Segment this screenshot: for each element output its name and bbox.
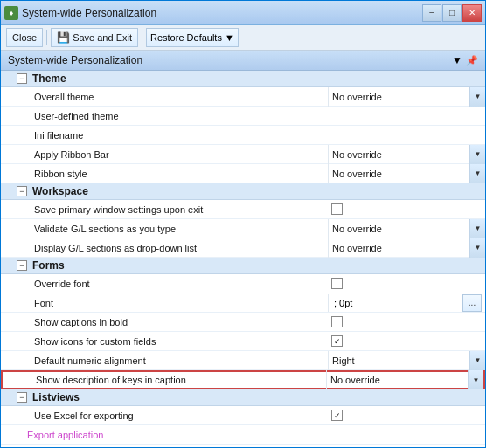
user-defined-theme-row: User-defined theme: [1, 107, 485, 126]
ribbon-style-row: Ribbon style No override ▼: [1, 164, 485, 183]
numeric-alignment-arrow[interactable]: ▼: [469, 351, 485, 370]
validate-gl-value: No override: [329, 224, 469, 234]
save-primary-row: Save primary window settings upon exit: [1, 200, 485, 219]
ini-filename-label: Ini filename: [27, 130, 328, 141]
theme-collapse-icon[interactable]: −: [17, 73, 27, 84]
display-gl-arrow[interactable]: ▼: [469, 238, 485, 258]
ini-filename-row: Ini filename: [1, 126, 485, 145]
excel-export-value: [328, 410, 485, 421]
override-font-row: Override font: [1, 274, 485, 293]
ribbon-style-arrow[interactable]: ▼: [469, 164, 485, 183]
title-controls: − □ ✕: [422, 4, 482, 22]
section-theme-header[interactable]: − Theme: [1, 71, 485, 87]
content-area: − Theme Overall theme No override ▼ User…: [1, 71, 485, 447]
font-browse-button[interactable]: ...: [462, 294, 482, 312]
close-window-button[interactable]: ✕: [462, 4, 482, 22]
icons-custom-fields-row: Show icons for custom fields: [1, 332, 485, 351]
export-application-name-row: Export application name: [1, 445, 485, 447]
font-value: ...: [328, 294, 485, 312]
main-window: ♦ System-wide Personalization − □ ✕ Clos…: [0, 0, 486, 448]
ribbon-style-dropdown: No override ▼: [328, 164, 485, 183]
restore-label: Restore Defaults: [150, 32, 222, 43]
captions-bold-value: [328, 316, 485, 327]
excel-export-row: Use Excel for exporting: [1, 406, 485, 425]
description-keys-label: Show description of keys in caption: [29, 375, 326, 385]
listviews-collapse-icon[interactable]: −: [17, 392, 27, 403]
save-icon: 💾: [57, 31, 70, 44]
excel-export-label: Use Excel for exporting: [27, 410, 328, 421]
validate-gl-row: Validate G/L sections as you type No ove…: [1, 219, 485, 238]
title-bar: ♦ System-wide Personalization − □ ✕: [1, 1, 485, 25]
save-primary-label: Save primary window settings upon exit: [27, 204, 328, 215]
theme-section-label: Theme: [32, 72, 66, 85]
workspace-section-label: Workspace: [32, 185, 88, 197]
display-gl-dropdown: No override ▼: [328, 238, 485, 258]
app-icon: ♦: [4, 6, 18, 20]
icons-custom-fields-label: Show icons for custom fields: [27, 336, 328, 347]
panel-header: System-wide Personalization ▼ 📌: [1, 51, 485, 71]
forms-collapse-icon[interactable]: −: [17, 260, 27, 271]
display-gl-value: No override: [329, 243, 469, 253]
apply-ribbon-value: No override: [329, 149, 469, 160]
excel-export-checkbox[interactable]: [331, 410, 343, 421]
ribbon-style-value: No override: [329, 169, 469, 179]
numeric-alignment-label: Default numeric alignment: [27, 355, 328, 366]
font-label: Font: [27, 298, 328, 308]
numeric-alignment-dropdown: Right ▼: [328, 351, 485, 370]
validate-gl-dropdown: No override ▼: [328, 219, 485, 238]
user-defined-theme-label: User-defined theme: [27, 111, 328, 121]
override-font-value: [328, 278, 485, 289]
apply-ribbon-arrow[interactable]: ▼: [469, 145, 485, 164]
section-forms-header[interactable]: − Forms: [1, 258, 485, 274]
icons-custom-fields-checkbox[interactable]: [331, 335, 343, 347]
save-label: Save and Exit: [73, 32, 132, 43]
minimize-button[interactable]: −: [422, 4, 441, 22]
panel-icons: ▼ 📌: [452, 54, 478, 66]
save-primary-value: [328, 203, 485, 215]
description-keys-row: Show description of keys in caption No o…: [1, 370, 485, 389]
description-keys-value: No override: [327, 375, 468, 385]
export-application-link[interactable]: Export application: [27, 430, 103, 440]
overall-theme-row: Overall theme No override ▼: [1, 87, 485, 107]
captions-bold-row: Show captions in bold: [1, 313, 485, 332]
captions-bold-label: Show captions in bold: [27, 317, 328, 327]
toolbar-separator-2: [142, 30, 142, 45]
icons-custom-fields-value: [328, 335, 485, 347]
captions-bold-checkbox[interactable]: [331, 316, 343, 327]
window-title: System-wide Personalization: [22, 7, 156, 19]
numeric-alignment-row: Default numeric alignment Right ▼: [1, 351, 485, 370]
display-gl-row: Display G/L sections as drop-down list N…: [1, 238, 485, 258]
close-button[interactable]: Close: [6, 28, 43, 47]
description-keys-dropdown: No override ▼: [326, 370, 483, 389]
display-gl-label: Display G/L sections as drop-down list: [27, 243, 328, 253]
export-application-row: Export application: [1, 425, 485, 445]
save-exit-button[interactable]: 💾 Save and Exit: [51, 28, 138, 47]
title-bar-left: ♦ System-wide Personalization: [4, 6, 156, 20]
overall-theme-value: No override: [329, 92, 469, 102]
restore-defaults-button[interactable]: Restore Defaults ▼: [146, 28, 239, 47]
restore-dropdown-arrow: ▼: [225, 32, 234, 43]
maximize-button[interactable]: □: [442, 4, 462, 22]
workspace-collapse-icon[interactable]: −: [17, 186, 27, 196]
apply-ribbon-dropdown: No override ▼: [328, 145, 485, 164]
listviews-section-label: Listviews: [32, 391, 80, 403]
panel-pin-icon[interactable]: 📌: [466, 55, 478, 66]
forms-section-label: Forms: [32, 259, 65, 272]
numeric-alignment-value: Right: [329, 355, 469, 366]
override-font-checkbox[interactable]: [331, 278, 343, 289]
overall-theme-arrow[interactable]: ▼: [469, 87, 485, 107]
toolbar: Close 💾 Save and Exit Restore Defaults ▼: [1, 25, 485, 51]
close-label: Close: [12, 32, 37, 43]
section-listviews-header[interactable]: − Listviews: [1, 389, 485, 406]
validate-gl-arrow[interactable]: ▼: [469, 219, 485, 238]
description-keys-arrow[interactable]: ▼: [468, 370, 483, 389]
section-workspace-header[interactable]: − Workspace: [1, 183, 485, 200]
ribbon-style-label: Ribbon style: [27, 169, 328, 179]
apply-ribbon-row: Apply Ribbon Bar No override ▼: [1, 145, 485, 164]
override-font-label: Override font: [27, 279, 328, 289]
panel-arrow-icon[interactable]: ▼: [452, 54, 462, 66]
validate-gl-label: Validate G/L sections as you type: [27, 224, 328, 234]
font-input[interactable]: [332, 298, 462, 308]
overall-theme-dropdown: No override ▼: [328, 87, 485, 107]
save-primary-checkbox[interactable]: [331, 203, 343, 215]
